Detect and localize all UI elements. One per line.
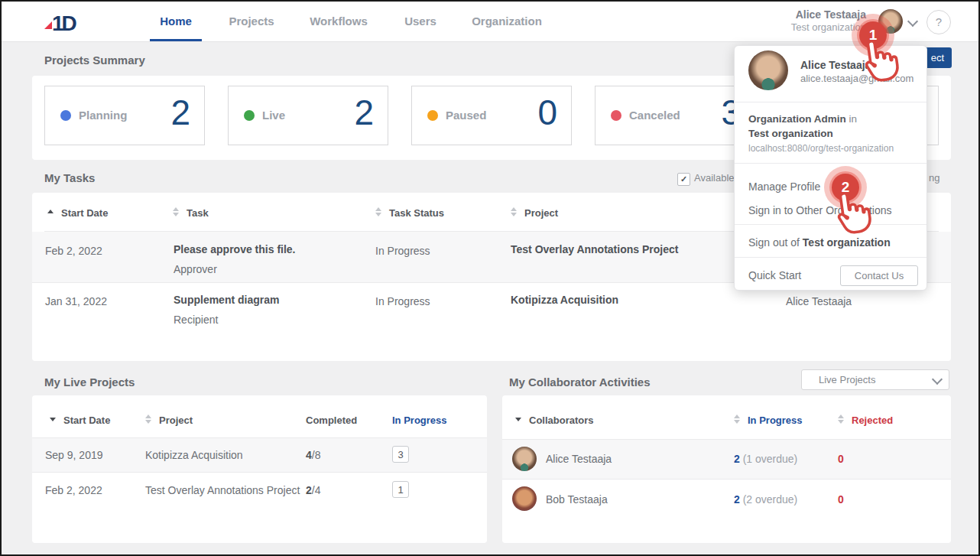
project-start-date: Sep 9, 2019 [45, 449, 103, 461]
in-progress-count: 2 [734, 453, 740, 465]
column-header-task[interactable]: Task [187, 207, 209, 219]
task-start-date: Jan 31, 2022 [45, 295, 107, 307]
collaborator-name: Bob Testaaja [546, 493, 608, 506]
tab-users[interactable]: Users [404, 2, 436, 41]
column-header-rejected[interactable]: Rejected [852, 415, 893, 426]
profile-org-name: Test organization [748, 128, 833, 139]
collaborator-rejected: 0 [838, 453, 844, 465]
chevron-down-icon[interactable] [907, 16, 918, 27]
sort-icon[interactable] [838, 415, 844, 424]
column-header-in-progress: In Progress [392, 415, 447, 426]
column-header-start-date[interactable]: Start Date [63, 415, 110, 426]
task-start-date: Feb 2, 2022 [45, 245, 102, 257]
column-header-start-date[interactable]: Start Date [61, 207, 108, 219]
task-project: Test Overlay Annotations Project [511, 243, 678, 255]
sort-icon[interactable] [734, 415, 740, 424]
summary-card-paused[interactable]: Paused 0 [411, 86, 572, 145]
profile-org-url: localhost:8080/org/test-organization [748, 143, 894, 154]
task-assignee: Alice Testaaja [786, 295, 852, 307]
sort-desc-icon[interactable] [515, 418, 521, 421]
user-name: Alice Testaaja [791, 8, 866, 21]
my-live-projects-title: My Live Projects [44, 376, 135, 389]
my-tasks-title: My Tasks [44, 171, 95, 184]
tab-organization[interactable]: Organization [472, 2, 542, 41]
menu-item-sign-out[interactable]: Sign out of Test organization [748, 236, 891, 249]
summary-card-label: Planning [79, 109, 127, 122]
task-title: Please approve this file. [174, 243, 296, 255]
divider [735, 163, 926, 164]
task-project: Kotipizza Acquisition [511, 294, 618, 306]
sort-asc-icon[interactable] [47, 210, 54, 213]
overdue-note: (2 overdue) [740, 493, 797, 506]
collaborator-rejected: 0 [838, 493, 844, 506]
in-progress-count-box[interactable]: 3 [392, 446, 409, 463]
planning-status-dot [60, 110, 71, 121]
summary-card-live[interactable]: Live 2 [228, 86, 388, 145]
summary-card-value: 2 [170, 92, 190, 133]
task-role: Recipient [174, 314, 218, 326]
summary-card-planning[interactable]: Planning 2 [44, 86, 205, 145]
task-title: Supplement diagram [174, 294, 279, 306]
completed-total: /4 [312, 484, 321, 496]
live-status-dot [244, 110, 255, 121]
my-collaborator-activities-title: My Collaborator Activities [509, 376, 650, 389]
sort-icon[interactable] [375, 207, 381, 216]
sort-icon[interactable] [145, 415, 151, 424]
sort-icon[interactable] [173, 207, 179, 216]
projects-summary-title: Projects Summary [44, 54, 145, 67]
summary-card-canceled[interactable]: Canceled 3 [595, 86, 755, 145]
collaborator-in-progress: 2 (2 overdue) [734, 493, 797, 506]
column-header-completed: Completed [306, 415, 357, 426]
divider [735, 257, 926, 258]
summary-card-label: Canceled [629, 109, 680, 122]
overdue-note: (1 overdue) [740, 453, 797, 465]
project-filter-select[interactable]: Live Projects [801, 369, 949, 390]
profile-role: Organization Admin [748, 113, 846, 125]
tab-projects[interactable]: Projects [229, 2, 274, 41]
divider [735, 102, 926, 102]
column-header-in-progress[interactable]: In Progress [748, 415, 803, 426]
profile-role-line: Organization Admin in [748, 113, 857, 125]
click-hand-icon [824, 186, 878, 241]
canceled-status-dot [611, 110, 621, 121]
tab-home[interactable]: Home [160, 2, 192, 41]
sort-icon[interactable] [511, 207, 517, 216]
column-header-project[interactable]: Project [159, 415, 193, 426]
contact-us-button[interactable]: Contact Us [840, 265, 918, 286]
help-button[interactable]: ? [926, 10, 951, 34]
menu-item-quick-start[interactable]: Quick Start [748, 269, 801, 281]
in-progress-count: 2 [734, 493, 740, 506]
available-checkbox-label: Available [694, 172, 735, 184]
summary-card-label: Paused [446, 109, 486, 122]
summary-card-value: 0 [537, 92, 557, 133]
completed-total: /8 [312, 449, 321, 461]
sort-desc-icon[interactable] [50, 418, 56, 421]
chevron-down-icon [932, 374, 943, 385]
tab-workflows[interactable]: Workflows [310, 2, 368, 41]
project-name: Kotipizza Acquisition [145, 449, 243, 461]
top-nav-bar: 1D Home Projects Workflows Users Organiz… [2, 2, 978, 42]
role-suffix: in [846, 113, 857, 125]
click-hand-icon [852, 34, 905, 89]
pending-label-fragment: ng [929, 172, 939, 184]
column-header-project[interactable]: Project [524, 207, 558, 219]
task-status: In Progress [375, 295, 430, 307]
column-header-collaborators[interactable]: Collaborators [529, 415, 594, 426]
paused-status-dot [427, 110, 438, 121]
summary-card-value: 2 [354, 92, 374, 133]
app-window: 1D Home Projects Workflows Users Organiz… [0, 0, 980, 556]
project-completed: 4/8 [306, 449, 320, 461]
sign-out-prefix: Sign out of [748, 236, 803, 249]
available-checkbox[interactable]: ✓ [677, 173, 690, 186]
app-logo-icon[interactable]: 1D [42, 9, 77, 35]
project-completed: 2/4 [306, 484, 320, 496]
column-header-task-status[interactable]: Task Status [389, 207, 444, 219]
project-name: Test Overlay Annotations Project [145, 484, 300, 496]
task-role: Approver [174, 263, 217, 275]
collaborator-in-progress: 2 (1 overdue) [734, 453, 797, 465]
menu-item-manage-profile[interactable]: Manage Profile [748, 180, 820, 193]
in-progress-count-box[interactable]: 1 [392, 481, 409, 498]
filter-selected-value: Live Projects [819, 374, 875, 385]
project-start-date: Feb 2, 2022 [45, 484, 102, 496]
profile-avatar-large [748, 50, 788, 90]
